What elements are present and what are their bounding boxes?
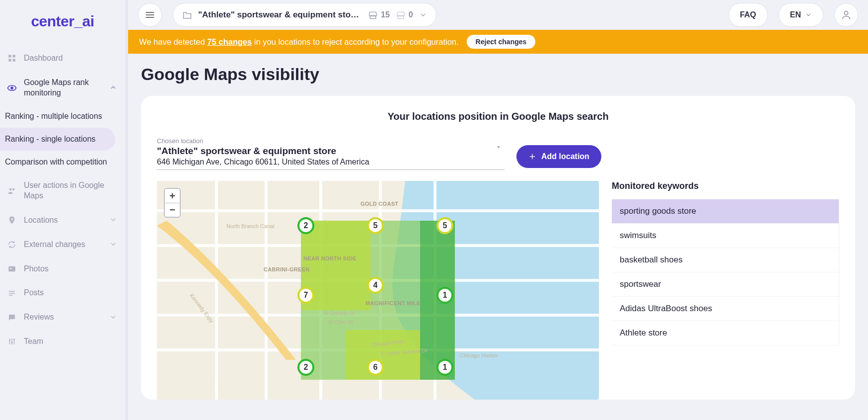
profile-button[interactable] <box>834 3 858 27</box>
user-icon <box>841 9 852 20</box>
map-marker[interactable]: 5 <box>367 217 384 234</box>
svg-marker-26 <box>497 147 500 149</box>
photo-icon <box>7 264 17 274</box>
language-label: EN <box>790 10 801 19</box>
hamburger-icon <box>145 11 155 19</box>
svg-point-7 <box>12 188 15 191</box>
zoom-in-button[interactable]: + <box>165 189 180 203</box>
map-marker[interactable]: 6 <box>367 359 384 376</box>
svg-rect-3 <box>13 59 15 62</box>
alert-banner: We have detected 75 changes in you locat… <box>128 30 868 54</box>
nav-dashboard-label: Dashboard <box>24 53 118 64</box>
banner-link[interactable]: 75 changes <box>207 37 252 46</box>
nav-rank-monitoring-label: Google Maps rank monitoring <box>24 78 102 98</box>
users-icon <box>7 186 17 196</box>
storefront-icon <box>396 10 406 19</box>
nav-posts-label: Posts <box>24 288 118 298</box>
map-marker[interactable]: 1 <box>436 287 453 304</box>
keyword-item[interactable]: sportswear <box>612 272 839 297</box>
add-location-label: Add location <box>541 152 589 161</box>
nav-posts[interactable]: Posts <box>0 281 125 305</box>
nav-team[interactable]: Team <box>0 330 125 354</box>
svg-point-6 <box>9 188 12 191</box>
zoom-out-button[interactable]: − <box>165 203 180 217</box>
posts-icon <box>7 288 17 298</box>
logo: center_ai <box>31 13 94 30</box>
map-marker[interactable]: 4 <box>367 277 384 294</box>
nav-photos-label: Photos <box>24 264 118 274</box>
chat-icon <box>7 313 17 323</box>
keyword-item[interactable]: basketball shoes <box>612 248 839 272</box>
nav-locations-label: Locations <box>24 215 102 226</box>
banner-post: in you locations to reject according to … <box>252 37 458 46</box>
nav-reviews-label: Reviews <box>24 312 102 323</box>
banner-text: We have detected 75 changes in you locat… <box>139 37 459 47</box>
svg-rect-42 <box>346 330 420 380</box>
hamburger-button[interactable] <box>138 3 162 27</box>
chevron-down-icon <box>109 216 118 225</box>
sidebar: center_ai Dashboard Google Maps rank mon… <box>0 0 128 420</box>
map-marker[interactable]: 5 <box>436 217 453 234</box>
page-title: Google Maps visibility <box>141 65 855 84</box>
nav-rank-monitoring[interactable]: Google Maps rank monitoring <box>0 71 125 105</box>
add-location-button[interactable]: Add location <box>516 145 601 168</box>
stat-secondary: 0 <box>396 10 413 19</box>
chevron-up-icon <box>109 84 118 92</box>
map-marker[interactable]: 2 <box>297 359 314 376</box>
subnav-single[interactable]: Ranking - single locations <box>0 128 115 151</box>
svg-point-25 <box>844 11 848 15</box>
dashboard-icon <box>7 53 17 63</box>
svg-point-18 <box>11 342 13 343</box>
nav-reviews[interactable]: Reviews <box>0 305 125 330</box>
svg-rect-1 <box>13 55 15 58</box>
map-marker[interactable]: 2 <box>297 217 314 234</box>
svg-rect-9 <box>8 266 15 272</box>
map[interactable]: GOLD COAST NEAR NORTH SIDE CABRINI-GREEN… <box>157 181 599 400</box>
nav-dashboard[interactable]: Dashboard <box>0 46 125 71</box>
nav-team-label: Team <box>24 336 118 347</box>
card-heading: Your locations position in Google Maps s… <box>157 111 839 122</box>
keyword-item[interactable]: Adidas UltraBoost shoes <box>612 297 839 321</box>
keyword-item[interactable]: sporting goods store <box>612 199 839 224</box>
content: Google Maps visibility Your locations po… <box>128 54 868 411</box>
keyword-item[interactable]: swimsuits <box>612 224 839 248</box>
svg-point-8 <box>11 218 13 220</box>
visibility-card: Your locations position in Google Maps s… <box>141 96 855 400</box>
nav-locations[interactable]: Locations <box>0 208 125 233</box>
stat-stores: 15 <box>368 10 390 19</box>
chevron-down-icon <box>805 11 812 18</box>
topbar: "Athlete" sportswear & equipment store (… <box>128 0 868 30</box>
location-address: 646 Michigan Ave, Chicago 60611, United … <box>157 158 505 167</box>
storefront-icon <box>368 10 378 19</box>
reject-changes-button[interactable]: Reject changes <box>467 35 536 49</box>
chevron-down-icon <box>109 240 118 249</box>
faq-label: FAQ <box>740 10 756 19</box>
nav-photos[interactable]: Photos <box>0 257 125 281</box>
location-name: "Athlete" sportswear & equipment store <box>157 146 505 157</box>
zoom-control: + − <box>164 188 181 218</box>
svg-rect-2 <box>8 59 11 62</box>
map-marker[interactable]: 7 <box>297 287 314 304</box>
subnav-compare[interactable]: Comparison with competition <box>0 151 125 173</box>
subnav-multiple[interactable]: Ranking - multiple locations <box>0 105 125 128</box>
logo-wrap: center_ai <box>0 0 125 42</box>
chevron-down-icon <box>109 313 118 322</box>
rank-subnav: Ranking - multiple locations Ranking - s… <box>0 105 125 173</box>
nav-external-label: External changes <box>24 240 102 250</box>
nav-user-actions[interactable]: User actions in Google Maps <box>0 173 125 208</box>
pin-icon <box>7 215 17 225</box>
map-marker[interactable]: 1 <box>436 359 453 376</box>
keyword-item[interactable]: Athlete store <box>612 321 839 345</box>
store-selector[interactable]: "Athlete" sportswear & equipment store (… <box>173 3 436 27</box>
banner-pre: We have detected <box>139 37 207 46</box>
faq-button[interactable]: FAQ <box>728 3 768 27</box>
location-select[interactable]: Chosen location "Athlete" sportswear & e… <box>157 137 505 170</box>
svg-point-10 <box>10 268 11 269</box>
language-selector[interactable]: EN <box>779 3 823 27</box>
keywords-panel: Monitored keywords sporting goods stores… <box>612 181 839 400</box>
nav-external[interactable]: External changes <box>0 233 125 257</box>
location-select-label: Chosen location <box>157 137 505 145</box>
sliders-icon <box>7 336 17 346</box>
keywords-list: sporting goods storeswimsuitsbasketball … <box>612 199 839 345</box>
caret-down-icon <box>496 144 502 150</box>
